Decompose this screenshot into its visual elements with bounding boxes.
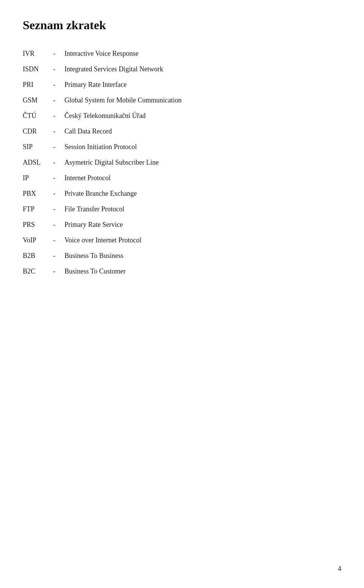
abbr-dash: - [53,174,64,182]
abbreviation-row: B2C-Business To Customer [23,264,341,279]
abbreviation-row: VoIP-Voice over Internet Protocol [23,233,341,248]
page-number: 4 [338,565,341,573]
abbreviation-list: IVR-Interactive Voice ResponseISDN-Integ… [23,46,341,279]
abbreviation-row: IP-Internet Protocol [23,170,341,186]
abbr-definition-pbx: Private Branche Exchange [64,190,341,198]
abbreviation-row: PRS-Primary Rate Service [23,217,341,233]
abbreviation-row: IVR-Interactive Voice Response [23,46,341,61]
abbr-code-ivr: IVR [23,50,53,58]
abbr-code-adsl: ADSL [23,159,53,167]
abbr-definition-prs: Primary Rate Service [64,221,341,229]
abbr-definition-cdr: Call Data Record [64,127,341,135]
abbr-code-cdr: CDR [23,127,53,135]
abbr-code-pbx: PBX [23,190,53,198]
abbreviation-row: ADSL-Asymetric Digital Subscriber Line [23,155,341,170]
abbreviation-row: ISDN-Integrated Services Digital Network [23,61,341,77]
abbr-definition-adsl: Asymetric Digital Subscriber Line [64,159,341,167]
abbreviation-row: CDR-Call Data Record [23,124,341,139]
abbr-code-b2c: B2C [23,267,53,275]
abbr-dash: - [53,205,64,213]
abbr-code-prs: PRS [23,221,53,229]
abbr-definition-ip: Internet Protocol [64,174,341,182]
abbr-definition-gsm: Global System for Mobile Communication [64,96,341,104]
abbr-code-b2b: B2B [23,252,53,260]
abbr-dash: - [53,267,64,275]
abbr-definition-pri: Primary Rate Interface [64,81,341,89]
abbr-dash: - [53,190,64,198]
abbreviation-row: SIP-Session Initiation Protocol [23,139,341,155]
abbr-code-gsm: GSM [23,96,53,104]
abbr-dash: - [53,143,64,151]
abbr-definition-voip: Voice over Internet Protocol [64,236,341,244]
abbr-code-ip: IP [23,174,53,182]
abbr-definition-ivr: Interactive Voice Response [64,50,341,58]
abbreviation-row: PBX-Private Branche Exchange [23,186,341,201]
abbr-definition-sip: Session Initiation Protocol [64,143,341,151]
abbr-dash: - [53,65,64,73]
abbr-definition-b2c: Business To Customer [64,267,341,275]
abbreviation-row: PRI-Primary Rate Interface [23,77,341,93]
abbr-code-čtú: ČTÚ [23,112,53,120]
abbr-code-pri: PRI [23,81,53,89]
abbr-definition-isdn: Integrated Services Digital Network [64,65,341,73]
abbr-code-isdn: ISDN [23,65,53,73]
abbr-dash: - [53,236,64,244]
abbreviation-row: FTP-File Transfer Protocol [23,201,341,217]
abbr-definition-ftp: File Transfer Protocol [64,205,341,213]
abbr-dash: - [53,96,64,104]
abbreviation-row: ČTÚ-Český Telekomunikační Úřad [23,108,341,124]
abbr-dash: - [53,159,64,167]
abbr-dash: - [53,81,64,89]
abbr-definition-čtú: Český Telekomunikační Úřad [64,112,341,120]
abbr-dash: - [53,112,64,120]
abbr-code-voip: VoIP [23,236,53,244]
abbr-code-sip: SIP [23,143,53,151]
abbreviation-row: GSM-Global System for Mobile Communicati… [23,93,341,108]
abbr-dash: - [53,252,64,260]
page-title: Seznam zkratek [23,18,341,32]
abbr-dash: - [53,127,64,135]
abbr-code-ftp: FTP [23,205,53,213]
abbr-definition-b2b: Business To Business [64,252,341,260]
abbr-dash: - [53,221,64,229]
abbreviation-row: B2B-Business To Business [23,248,341,264]
abbr-dash: - [53,50,64,58]
